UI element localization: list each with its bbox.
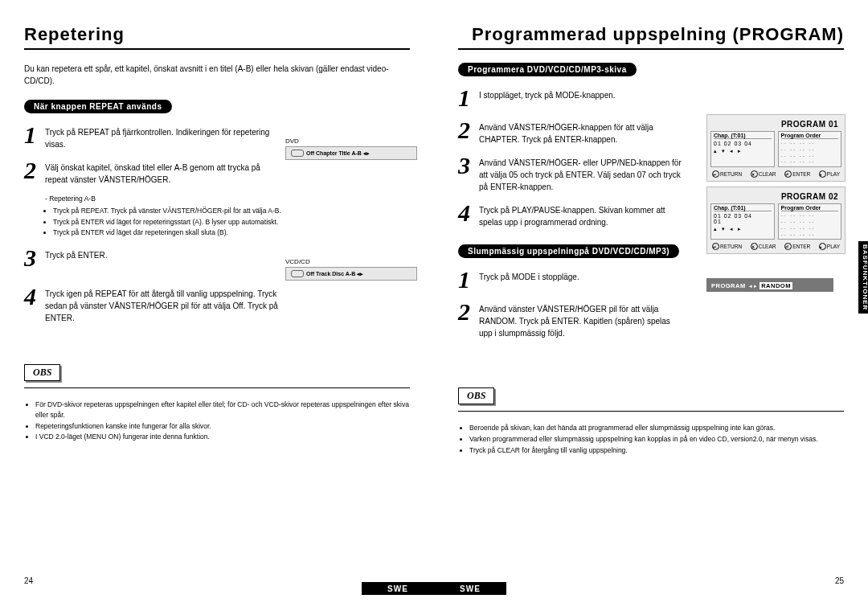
title-rule	[24, 48, 410, 50]
legend-text: ENTER	[792, 171, 810, 177]
step-text: Tryck på MODE i stoppläge.	[479, 271, 579, 292]
notes-block: OBS För DVD-skivor repeteras uppspelning…	[24, 364, 410, 442]
step: 2 Använd VÄNSTER/HÖGER-knappen för att v…	[458, 118, 683, 146]
legend-text: PLAY	[827, 244, 840, 249]
osd-legend: ↩RETURN ✕CLEAR ⏎ENTER ▸PLAY	[710, 170, 841, 178]
language-tab: SWE	[434, 582, 506, 595]
note-item: För DVD-skivor repeteras uppspelningen e…	[35, 400, 410, 420]
clear-icon: ✕	[751, 170, 758, 178]
page-number: 24	[24, 576, 33, 585]
page-right: Programmerad uppspelning (PROGRAM) Progr…	[434, 0, 868, 595]
note-item: Beroende på skivan, kan det hända att pr…	[469, 423, 844, 433]
sublist-item: Tryck på REPEAT. Tryck på vänster VÄNSTE…	[53, 206, 285, 216]
notes-block: OBS Beroende på skivan, kan det hända at…	[458, 387, 844, 455]
legend-text: RETURN	[720, 171, 742, 177]
osd-text: Off Chapter Title A-B ◂▸	[306, 150, 370, 157]
step-text: Tryck på REPEAT på fjärrkontrollen. Indi…	[45, 126, 285, 150]
step-number: 2	[458, 118, 479, 146]
sublist-title: - Repetering A-B	[45, 194, 285, 204]
language-tab: SWE	[362, 582, 434, 595]
osd-row: 01 02 03 04	[714, 213, 772, 219]
osd-col-header: Program Order	[781, 205, 839, 211]
repeat-icon	[291, 150, 304, 157]
osd-program-01: PROGRAM 01 Chap. (T:01) 01 02 03 04 ▴ ▾ …	[706, 114, 845, 182]
note-item: Repeteringsfunktionen kanske inte funger…	[35, 421, 410, 432]
step: 3 Tryck på ENTER.	[24, 246, 285, 270]
repeat-icon	[291, 270, 304, 277]
step-text: Tryck på ENTER.	[45, 249, 107, 270]
osd-label: DVD	[285, 137, 410, 145]
section-pill: Programmera DVD/VCD/CD/MP3-skiva	[458, 63, 637, 76]
legend-text: CLEAR	[759, 244, 776, 249]
return-icon: ↩	[712, 243, 719, 250]
osd-col-header: Chap. (T:01)	[714, 133, 772, 139]
step-text: Tryck igen på REPEAT för att återgå till…	[45, 288, 285, 324]
osd-dvd: Off Chapter Title A-B ◂▸	[285, 146, 417, 160]
legend-text: CLEAR	[759, 171, 776, 177]
random-tag: RANDOM	[760, 282, 792, 289]
step-text: Använd VÄNSTER/HÖGER-knappen för att väl…	[479, 121, 683, 146]
step-number: 4	[24, 285, 45, 324]
step-number: 3	[458, 154, 479, 193]
osd-column: PROGRAM 01 Chap. (T:01) 01 02 03 04 ▴ ▾ …	[706, 114, 845, 292]
osd-text: Off Track Disc A-B ◂▸	[306, 271, 363, 277]
step-text: Använd vänster VÄNSTER/HÖGER pil för att…	[479, 303, 683, 339]
intro-text: Du kan repetera ett spår, ett kapitel, ö…	[24, 63, 410, 87]
osd-dashes: -- -- -- -- -- -- -- -- -- -- -- -- -- -…	[781, 141, 839, 166]
page-number: 25	[835, 576, 844, 585]
play-icon: ▸	[819, 170, 826, 178]
enter-icon: ⏎	[784, 170, 792, 178]
osd-col-header: Program Order	[781, 133, 839, 139]
return-icon: ↩	[712, 170, 719, 178]
note-item: Varken programmerad eller slumpmässig up…	[469, 434, 844, 445]
obs-label: OBS	[24, 364, 60, 381]
step: 1 Tryck på REPEAT på fjärrkontrollen. In…	[24, 123, 285, 150]
page-title: Programmerad uppspelning (PROGRAM)	[458, 24, 844, 45]
legend-text: PLAY	[827, 171, 840, 177]
clear-icon: ✕	[751, 243, 758, 250]
note-item: I VCD 2.0-läget (MENU ON) fungerar inte …	[35, 432, 410, 442]
step-number: 4	[458, 201, 479, 228]
osd-vcd: Off Track Disc A-B ◂▸	[285, 267, 417, 281]
section-pill: När knappen REPEAT används	[24, 100, 172, 113]
step: 1 Tryck på MODE i stoppläge.	[458, 268, 683, 292]
section-pill: Slumpmässig uppspelningpå DVD/VCD/CD/MP3…	[458, 244, 679, 258]
program-tag: PROGRAM	[710, 282, 747, 289]
sublist-item: Tryck på ENTER vid läget där repeteringe…	[53, 228, 285, 238]
step-number: 2	[24, 158, 45, 186]
step-text: Välj önskat kapitel, önskad titel eller …	[45, 162, 285, 186]
osd-legend: ↩RETURN ✕CLEAR ⏎ENTER ▸PLAY	[710, 243, 841, 250]
legend-text: RETURN	[720, 244, 742, 249]
step: 1 I stoppläget, tryck på MODE-knappen.	[458, 86, 683, 110]
osd-row: 01	[714, 219, 772, 224]
sublist: - Repetering A-B Tryck på REPEAT. Tryck …	[45, 194, 285, 238]
step-number: 2	[458, 300, 479, 339]
legend-text: ENTER	[792, 244, 810, 249]
enter-icon: ⏎	[784, 243, 792, 250]
step-text: I stoppläget, tryck på MODE-knappen.	[479, 89, 616, 110]
thin-rule	[458, 411, 844, 412]
osd-label: VCD/CD	[285, 258, 410, 265]
osd-random: PROGRAM ◂ ▸ RANDOM	[706, 278, 833, 292]
step: 4 Tryck på PLAY/PAUSE-knappen. Skivan ko…	[458, 201, 683, 228]
manual-spread: Repetering Du kan repetera ett spår, ett…	[0, 0, 868, 595]
step-number: 1	[24, 123, 45, 150]
osd-title: PROGRAM 01	[710, 120, 841, 129]
step-number: 1	[458, 86, 479, 110]
thin-rule	[24, 387, 410, 388]
title-rule	[458, 48, 844, 50]
osd-program-02: PROGRAM 02 Chap. (T:01) 01 02 03 04 01 ▴…	[706, 187, 845, 254]
step-number: 3	[24, 246, 45, 270]
osd-title: PROGRAM 02	[710, 192, 841, 201]
step: 2 Välj önskat kapitel, önskad titel elle…	[24, 158, 285, 186]
side-tab: BASFUNKTIONER	[858, 241, 868, 314]
step-number: 1	[458, 268, 479, 292]
step-text: Tryck på PLAY/PAUSE-knappen. Skivan komm…	[479, 204, 683, 228]
step: 3 Använd VÄNSTER/HÖGER- eller UPP/NED-kn…	[458, 154, 683, 193]
osd-col-header: Chap. (T:01)	[714, 205, 772, 211]
osd-row: 01 02 03 04	[714, 141, 772, 146]
step-text: Använd VÄNSTER/HÖGER- eller UPP/NED-knap…	[479, 157, 683, 193]
obs-label: OBS	[458, 387, 494, 404]
note-item: Tryck på CLEAR för återgång till vanlig …	[469, 445, 844, 456]
osd-arrows: ▴ ▾ ◂ ▸	[714, 148, 772, 154]
